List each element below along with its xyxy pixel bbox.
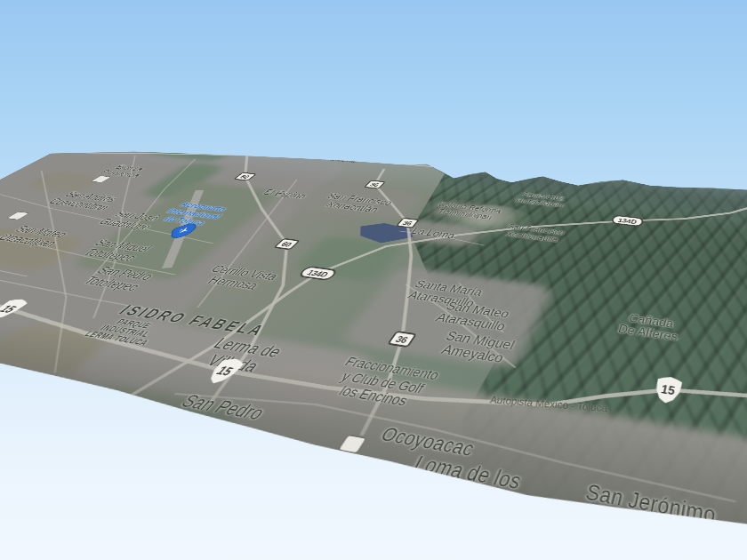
place-label: San Jerónimo — [582, 481, 717, 530]
labels-layer: Aeropuerto Internacional de Toluca ✈ Eji… — [0, 115, 747, 560]
place-label: El Espino — [261, 188, 309, 201]
route-shield — [6, 212, 30, 220]
route-shield-134D: 134D — [297, 266, 339, 281]
map-3d-plane[interactable]: Aeropuerto Internacional de Toluca ✈ Eji… — [0, 115, 747, 560]
place-label: San Mateo Otzacatipan — [0, 224, 75, 249]
route-shield-36: 36 — [364, 180, 387, 188]
place-label: San Francisco Xochicuautla — [502, 223, 566, 244]
place-label: Loma de los — [409, 452, 524, 494]
map-3d-viewport[interactable]: Aeropuerto Internacional de Toluca ✈ Eji… — [0, 0, 747, 560]
place-label: Fraccionamiento y Club de Golf los Encin… — [321, 356, 442, 412]
airport-pin-icon: ✈ — [166, 222, 201, 239]
place-label: San José Guadalupe — [95, 209, 166, 232]
place-label: San Pedro — [175, 392, 269, 425]
road-name-label: Xonacatlan — [325, 157, 360, 164]
place-label: San Miguel Ameyalco — [435, 329, 518, 366]
scene: Aeropuerto Internacional de Toluca ✈ Eji… — [0, 0, 747, 560]
route-shield-134D: 134D — [610, 215, 644, 228]
place-label: San Miguel Totoltepec — [77, 237, 155, 263]
route-shield-60: 60 — [273, 238, 301, 250]
place-label: Santa Cruz Huitzizilapan — [514, 191, 568, 209]
route-shield-15: 15 — [653, 375, 684, 405]
place-label: Cerrillo Vista Hermosa — [196, 263, 282, 293]
place-label: Lerma de Villada — [192, 336, 285, 379]
place-label: Cañada De Alferes — [616, 311, 681, 343]
place-label: San Pedro Totoltepec — [78, 265, 157, 293]
route-shield-60: 60 — [233, 172, 257, 181]
route-shield — [91, 175, 112, 182]
place-label: Colonia Reforma Tlalmimilolpan — [431, 201, 503, 221]
road-name-label: Autopista México - Toluca — [489, 395, 608, 415]
place-label: San Francisco Xonacatlán — [317, 192, 395, 215]
route-shield — [337, 435, 366, 454]
place-label: San Andrés Cuexcontitlán — [44, 189, 124, 212]
airplane-icon: ✈ — [175, 227, 192, 235]
place-label: La Loma — [409, 227, 458, 241]
route-shield-36: 36 — [387, 331, 417, 348]
place-label: San Mateo Atarasquillo — [433, 300, 514, 333]
route-shield-15: 15 — [0, 298, 31, 321]
